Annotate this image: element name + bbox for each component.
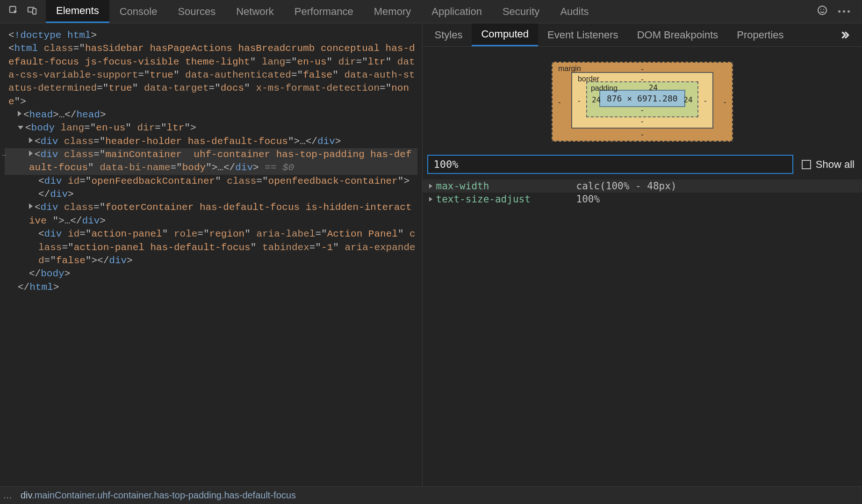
side-tab-computed[interactable]: Computed — [472, 23, 538, 46]
computed-prop-value: calc(100% - 48px) — [576, 180, 677, 192]
computed-prop-text-size-adjust[interactable]: text-size-adjust100% — [423, 193, 862, 206]
dom-html-close[interactable]: </html> — [5, 281, 417, 294]
dom-action-panel[interactable]: <div id="action-panel" role="region" ari… — [5, 228, 417, 267]
breadcrumb-selected-node[interactable]: div.mainContainer.uhf-container.has-top-… — [21, 490, 296, 501]
computed-prop-value: 100% — [576, 194, 600, 205]
dom-body-open[interactable]: <body lang="en-us" dir="ltr"> — [5, 122, 417, 135]
computed-prop-name: text-size-adjust — [436, 194, 576, 205]
side-panel-tabs: StylesComputedEvent ListenersDOM Breakpo… — [423, 23, 862, 47]
device-toggle-icon[interactable] — [27, 5, 37, 18]
breadcrumb-overflow-icon[interactable]: … — [3, 490, 13, 501]
box-model-padding-label: padding — [591, 84, 618, 93]
expand-triangle-icon[interactable] — [429, 184, 432, 188]
dom-footer-container[interactable]: <div class="footerContainer has-default-… — [5, 201, 417, 228]
padding-right-value[interactable]: 24 — [683, 95, 692, 104]
devtools-toolbar: ElementsConsoleSourcesNetworkPerformance… — [0, 0, 862, 23]
tab-elements[interactable]: Elements — [46, 0, 109, 23]
border-bottom-value[interactable]: - — [640, 117, 645, 126]
box-model-border[interactable]: border - - - - padding 24 - 24 24 876 × … — [571, 72, 713, 129]
computed-properties-list: max-widthcalc(100% - 48px)text-size-adju… — [423, 177, 862, 209]
dom-header-holder[interactable]: <div class="header-holder has-default-fo… — [5, 135, 417, 148]
computed-prop-max-width[interactable]: max-widthcalc(100% - 48px) — [423, 180, 862, 193]
svg-point-3 — [818, 6, 826, 14]
tab-performance[interactable]: Performance — [284, 0, 364, 23]
side-tab-dom-breakpoints[interactable]: DOM Breakpoints — [628, 23, 728, 46]
padding-left-value[interactable]: 24 — [592, 95, 601, 104]
svg-rect-2 — [33, 8, 36, 14]
feedback-smiley-icon[interactable] — [817, 5, 828, 18]
tab-application[interactable]: Application — [421, 0, 492, 23]
dom-openfeedback[interactable]: <div id="openFeedbackContainer" class="o… — [5, 175, 417, 202]
show-all-checkbox[interactable] — [802, 160, 811, 169]
computed-prop-name: max-width — [436, 180, 576, 192]
padding-top-value[interactable]: 24 — [649, 83, 658, 92]
border-right-value[interactable]: - — [703, 96, 708, 105]
box-model-diagram[interactable]: margin - - - - border - - - - padding 24… — [423, 47, 862, 152]
side-tabs-overflow-icon[interactable] — [827, 23, 862, 46]
tab-console[interactable]: Console — [109, 0, 168, 23]
tab-audits[interactable]: Audits — [550, 0, 599, 23]
tab-network[interactable]: Network — [226, 0, 284, 23]
toolbar-right — [805, 0, 862, 23]
dom-body-close[interactable]: </body> — [5, 267, 417, 281]
computed-filter-input[interactable] — [427, 155, 793, 174]
tab-security[interactable]: Security — [492, 0, 550, 23]
devtools-main-tabs: ElementsConsoleSourcesNetworkPerformance… — [46, 0, 599, 23]
side-tab-properties[interactable]: Properties — [727, 23, 793, 46]
margin-left-value[interactable]: - — [557, 97, 562, 106]
elements-breadcrumb[interactable]: … div.mainContainer.uhf-container.has-to… — [0, 486, 862, 504]
border-left-value[interactable]: - — [577, 96, 582, 105]
tab-sources[interactable]: Sources — [167, 0, 226, 23]
more-options-icon[interactable] — [838, 10, 850, 13]
dom-main-container[interactable]: …<div class="mainContainer uhf-container… — [5, 148, 417, 175]
tab-memory[interactable]: Memory — [364, 0, 421, 23]
side-tab-styles[interactable]: Styles — [425, 23, 472, 46]
svg-point-4 — [820, 9, 821, 10]
margin-right-value[interactable]: - — [723, 97, 727, 106]
elements-dom-tree[interactable]: <!doctype html><html class="hasSidebar h… — [0, 23, 423, 486]
box-model-padding[interactable]: padding 24 - 24 24 876 × 6971.280 — [586, 81, 698, 117]
svg-point-5 — [823, 9, 824, 10]
margin-bottom-value[interactable]: - — [640, 130, 645, 139]
side-tab-event-listeners[interactable]: Event Listeners — [538, 23, 628, 46]
padding-bottom-value[interactable]: - — [640, 106, 645, 115]
toolbar-left-icons — [0, 0, 46, 23]
inspect-element-icon[interactable] — [8, 5, 19, 18]
dom-html-open[interactable]: <html class="hasSidebar hasPageActions h… — [5, 42, 417, 108]
computed-filter-row: Show all — [423, 152, 862, 177]
box-model-margin[interactable]: margin - - - - border - - - - padding 24… — [552, 62, 733, 142]
dom-head[interactable]: <head>…</head> — [5, 108, 417, 122]
elements-side-panel: StylesComputedEvent ListenersDOM Breakpo… — [423, 23, 862, 486]
expand-triangle-icon[interactable] — [429, 197, 432, 202]
show-all-toggle[interactable]: Show all — [802, 158, 855, 171]
show-all-label: Show all — [816, 158, 855, 171]
dom-doctype[interactable]: <!doctype html> — [5, 29, 417, 42]
